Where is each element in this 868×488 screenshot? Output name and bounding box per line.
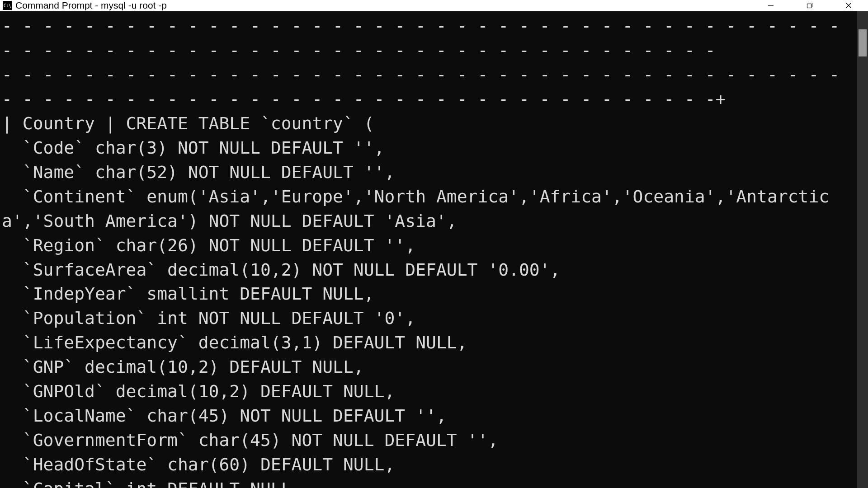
vertical-scrollbar[interactable] [857, 11, 868, 488]
maximize-button[interactable] [790, 0, 829, 11]
minimize-button[interactable] [751, 0, 790, 11]
terminal-area: - - - - - - - - - - - - - - - - - - - - … [0, 11, 868, 488]
terminal-output[interactable]: - - - - - - - - - - - - - - - - - - - - … [0, 11, 857, 488]
scrollbar-thumb[interactable] [859, 29, 867, 56]
svg-rect-1 [807, 4, 811, 8]
window-title: Command Prompt - mysql -u root -p [15, 0, 751, 11]
minimize-icon [768, 2, 774, 9]
window-controls [751, 0, 868, 11]
close-button[interactable] [829, 0, 868, 11]
cmd-icon: C:\ [3, 1, 12, 10]
close-icon [845, 2, 852, 9]
command-prompt-window: C:\ Command Prompt - mysql -u root -p - … [0, 0, 868, 488]
titlebar[interactable]: C:\ Command Prompt - mysql -u root -p [0, 0, 868, 11]
maximize-icon [807, 2, 813, 9]
